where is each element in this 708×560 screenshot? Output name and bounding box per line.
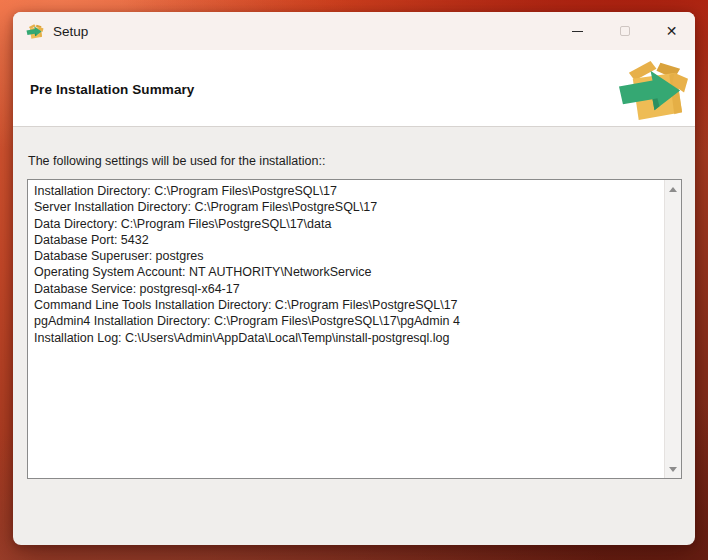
summary-line: Command Line Tools Installation Director…: [34, 297, 658, 313]
setup-dialog-window: Setup ✕ Pre Installation Summary The fol…: [13, 12, 695, 545]
triangle-down-icon: [669, 467, 677, 472]
window-controls: ✕: [554, 12, 695, 50]
installbuilder-box-arrow-icon: [617, 53, 690, 124]
page-title: Pre Installation Summary: [30, 82, 194, 97]
title-bar: Setup ✕: [13, 12, 695, 50]
window-title: Setup: [53, 24, 88, 39]
instruction-label: The following settings will be used for …: [28, 154, 325, 168]
installer-box-arrow-icon: [26, 22, 44, 40]
close-icon: ✕: [666, 24, 678, 38]
summary-textbox[interactable]: Installation Directory: C:\Program Files…: [27, 179, 682, 479]
summary-line: Installation Log: C:\Users\Admin\AppData…: [34, 330, 658, 346]
summary-line: Database Superuser: postgres: [34, 248, 658, 264]
summary-line: Operating System Account: NT AUTHORITY\N…: [34, 264, 658, 280]
summary-line: Server Installation Directory: C:\Progra…: [34, 199, 658, 215]
summary-line: Database Service: postgresql-x64-17: [34, 281, 658, 297]
summary-line: Installation Directory: C:\Program Files…: [34, 183, 658, 199]
summary-line: pgAdmin4 Installation Directory: C:\Prog…: [34, 313, 658, 329]
wizard-body: The following settings will be used for …: [13, 127, 695, 545]
scroll-up-button[interactable]: [665, 181, 681, 197]
triangle-up-icon: [669, 187, 677, 192]
scroll-down-button[interactable]: [665, 461, 681, 477]
maximize-button-disabled: [601, 12, 648, 50]
summary-line: Data Directory: C:\Program Files\Postgre…: [34, 216, 658, 232]
minimize-button[interactable]: [554, 12, 601, 50]
summary-line: Database Port: 5432: [34, 232, 658, 248]
close-button[interactable]: ✕: [648, 12, 695, 50]
minimize-icon: [572, 31, 583, 32]
summary-text: Installation Directory: C:\Program Files…: [28, 180, 664, 478]
maximize-icon: [620, 26, 630, 36]
wizard-header: Pre Installation Summary: [13, 50, 695, 126]
vertical-scrollbar[interactable]: [664, 180, 681, 478]
